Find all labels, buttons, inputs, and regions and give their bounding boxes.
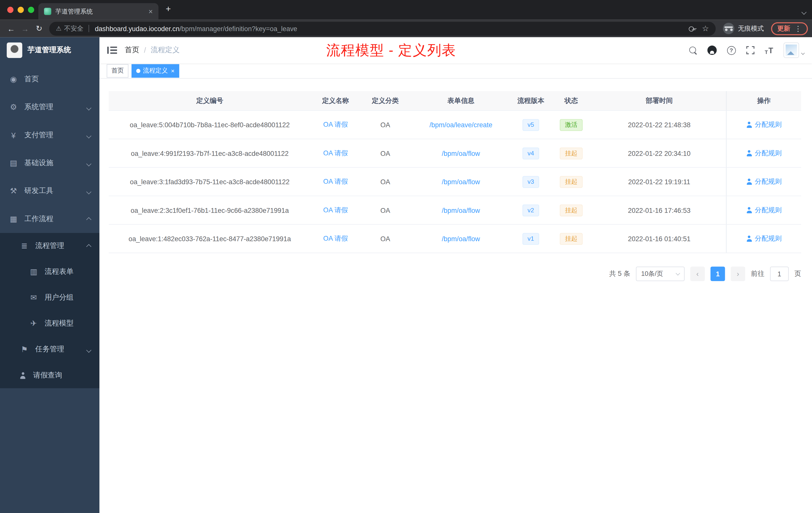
cell-definition-id: oa_leave:2:3c1f0ef1-76b1-11ec-9c66-a2380…: [109, 206, 311, 214]
logo-avatar: [7, 42, 22, 58]
forward-button[interactable]: →: [18, 22, 32, 36]
menu-dots-icon[interactable]: ⋮: [794, 24, 802, 33]
tag-close-icon[interactable]: ×: [171, 67, 174, 74]
security-label[interactable]: 不安全: [64, 24, 83, 33]
incognito-badge: 无痕模式: [723, 23, 764, 34]
next-page-button[interactable]: ›: [731, 267, 745, 281]
sidebar-item-label: 流程表单: [45, 267, 74, 276]
sidebar-item-process-form[interactable]: ▥流程表单: [0, 259, 99, 284]
definition-name-link[interactable]: OA 请假: [323, 234, 348, 242]
definition-name-link[interactable]: OA 请假: [323, 121, 348, 128]
definition-name-link[interactable]: OA 请假: [323, 206, 348, 214]
sidebar-item-label: 流程模型: [45, 319, 74, 328]
form-link[interactable]: /bpm/oa/flow: [442, 235, 480, 242]
new-tab-button[interactable]: +: [166, 4, 171, 14]
col-form-info: 表单信息: [410, 96, 512, 105]
tag-home[interactable]: 首页: [107, 64, 128, 78]
user-icon: [746, 179, 752, 185]
search-icon[interactable]: [689, 47, 697, 54]
favicon-icon: [44, 8, 51, 15]
cell-deploy-time: 2022-01-22 19:19:11: [592, 178, 726, 185]
table-row: oa_leave:4:991f2193-7b7f-11ec-a3c8-acde4…: [109, 139, 801, 168]
form-link[interactable]: /bpm/oa/flow: [442, 206, 480, 214]
cell-status: 挂起: [550, 233, 592, 244]
form-link[interactable]: /bpm/oa/flow: [442, 178, 480, 185]
current-page-button[interactable]: 1: [710, 267, 725, 281]
sidebar-item-dev-tools[interactable]: ⚒研发工具: [0, 177, 99, 205]
tab-search-caret-icon[interactable]: [802, 7, 806, 16]
status-badge: 激活: [560, 119, 583, 130]
github-icon[interactable]: [707, 46, 717, 55]
url-text[interactable]: dashboard.yudao.iocoder.cn/bpm/manager/d…: [95, 25, 684, 32]
sidebar-item-home[interactable]: ◉首页: [0, 65, 99, 93]
password-key-icon[interactable]: [689, 25, 696, 32]
assign-rule-link[interactable]: 分配规则: [746, 177, 782, 186]
fullscreen-icon[interactable]: [746, 46, 754, 55]
assign-rule-link[interactable]: 分配规则: [746, 149, 782, 158]
chevron-down-icon: [87, 131, 91, 139]
sidebar-item-process-model[interactable]: ✈流程模型: [0, 311, 99, 337]
table-body: oa_leave:5:004b710b-7b8a-11ec-8ef0-acde4…: [109, 111, 801, 253]
assign-rule-link[interactable]: 分配规则: [746, 234, 782, 243]
definition-name-link[interactable]: OA 请假: [323, 177, 348, 185]
cell-actions: 分配规则: [726, 168, 801, 195]
sidebar-item-user-group[interactable]: ✉用户分组: [0, 284, 99, 310]
omnibox[interactable]: ⚠ 不安全 dashboard.yudao.iocoder.cn/bpm/man…: [49, 22, 716, 36]
sidebar-item-infrastructure[interactable]: ▤基础设施: [0, 149, 99, 177]
sidebar-item-task-mgmt[interactable]: ⚑任务管理: [0, 337, 99, 362]
sidebar-submenu-workflow: ≣流程管理▥流程表单✉用户分组✈流程模型⚑任务管理请假查询: [0, 233, 99, 388]
table-row: oa_leave:1:482ec033-762a-11ec-8477-a2380…: [109, 224, 801, 253]
user-icon: [746, 235, 752, 242]
assign-rule-link[interactable]: 分配规则: [746, 120, 782, 129]
tags-view: 首页 流程定义 ×: [99, 63, 812, 79]
sidebar-item-payment-mgmt[interactable]: ¥支付管理: [0, 121, 99, 149]
definition-name-link[interactable]: OA 请假: [323, 149, 348, 157]
reload-button[interactable]: ↻: [32, 22, 46, 36]
chevron-down-icon: [87, 103, 91, 111]
sidebar-item-workflow[interactable]: ▦工作流程: [0, 205, 99, 233]
sidebar-item-process-mgmt[interactable]: ≣流程管理: [0, 233, 99, 259]
form-link[interactable]: /bpm/oa/flow: [442, 149, 480, 157]
update-button[interactable]: 更新 ⋮: [771, 22, 808, 35]
browser-tab[interactable]: 芋道管理系统 ×: [38, 3, 159, 20]
pagination: 共 5 条 10条/页 ‹ 1 › 前往 页: [109, 267, 801, 281]
page-size-select[interactable]: 10条/页: [636, 267, 685, 281]
sidebar-toggle-icon[interactable]: [107, 47, 117, 54]
close-window-button[interactable]: [7, 7, 13, 13]
sidebar-item-label: 工作流程: [24, 214, 54, 223]
breadcrumb-home[interactable]: 首页: [125, 46, 139, 55]
tag-label: 流程定义: [143, 66, 168, 75]
minimize-window-button[interactable]: [18, 7, 24, 13]
cell-status: 挂起: [550, 204, 592, 216]
back-button[interactable]: ←: [4, 22, 18, 36]
tag-process-definition[interactable]: 流程定义 ×: [132, 64, 179, 78]
url-separator: [89, 25, 89, 32]
tag-active-dot: [136, 68, 140, 73]
workflow-icon: ▦: [9, 214, 18, 223]
help-icon[interactable]: ?: [727, 46, 736, 55]
zoom-window-button[interactable]: [28, 7, 34, 13]
cell-deploy-time: 2022-01-16 17:46:53: [592, 206, 726, 214]
sidebar-logo[interactable]: 芋道管理系统: [0, 37, 99, 63]
col-deploy-time: 部署时间: [592, 96, 726, 105]
form-link[interactable]: /bpm/oa/leave/create: [429, 121, 492, 129]
col-version: 流程版本: [512, 96, 550, 105]
sidebar-item-label: 流程管理: [35, 241, 64, 250]
status-badge: 挂起: [560, 204, 583, 216]
prev-page-button[interactable]: ‹: [690, 267, 705, 281]
status-badge: 挂起: [560, 233, 583, 244]
tab-close-icon[interactable]: ×: [149, 7, 153, 16]
bookmark-star-icon[interactable]: ☆: [702, 24, 709, 33]
assign-rule-link[interactable]: 分配规则: [746, 206, 782, 215]
url-host: dashboard.yudao.iocoder.cn: [95, 25, 179, 32]
user-menu[interactable]: [784, 42, 805, 58]
chevron-up-icon: [87, 215, 91, 223]
tag-label: 首页: [111, 66, 124, 75]
font-size-icon[interactable]: TT: [765, 46, 773, 55]
sidebar-menu: ◉首页⚙系统管理¥支付管理▤基础设施⚒研发工具▦工作流程≣流程管理▥流程表单✉用…: [0, 63, 99, 388]
sidebar-item-leave-query[interactable]: 请假查询: [0, 362, 99, 388]
sidebar-item-system-mgmt[interactable]: ⚙系统管理: [0, 93, 99, 121]
cell-category: OA: [360, 121, 410, 129]
cell-form-info: /bpm/oa/leave/create: [410, 121, 512, 129]
goto-page-input[interactable]: [770, 267, 789, 281]
